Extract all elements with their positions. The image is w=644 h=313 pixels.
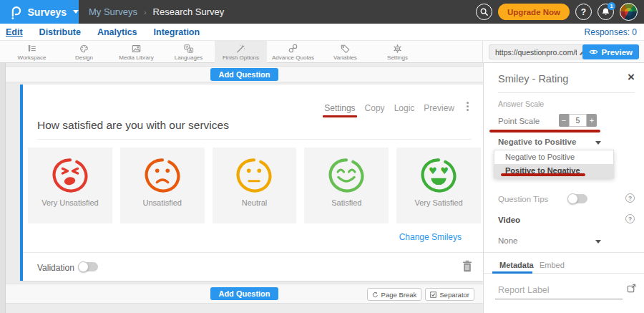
- add-question-bar-bottom: Add Question Page Break: [6, 284, 483, 304]
- survey-editor-app: Surveys My Surveys › Research Survey Upg…: [0, 0, 644, 313]
- video-help-icon[interactable]: ?: [625, 214, 635, 223]
- breadcrumb-separator: ›: [144, 8, 147, 16]
- breadcrumb-current-survey: Research Survey: [153, 6, 225, 17]
- upgrade-now-button[interactable]: Upgrade Now: [498, 4, 570, 20]
- gear-icon: [392, 44, 403, 54]
- toolbar-variables[interactable]: Variables: [319, 41, 371, 63]
- question-title[interactable]: How satisfied are you with our services: [37, 119, 229, 132]
- question-tab-copy[interactable]: Copy: [365, 103, 385, 113]
- left-scroll-track[interactable]: [0, 63, 6, 313]
- smiley-option[interactable]: Satisfied: [304, 148, 389, 223]
- search-icon: [479, 7, 489, 16]
- validation-toggle[interactable]: [79, 262, 98, 271]
- panel-divider: [498, 92, 635, 93]
- toolbar-divider: [482, 41, 483, 63]
- palette-icon: [79, 44, 89, 54]
- smiley-option[interactable]: Neutral: [213, 148, 297, 223]
- answer-scale-label: Answer Scale: [498, 100, 544, 108]
- search-button[interactable]: [476, 4, 492, 20]
- survey-canvas: Add Question Settings Copy Logic Preview…: [6, 63, 483, 313]
- toolbar-advance-quotas[interactable]: Advance Quotas: [267, 41, 319, 63]
- smiley-option[interactable]: Very Unsatisfied: [28, 148, 112, 223]
- workspace-list-icon: [26, 44, 37, 54]
- notifications-button[interactable]: 1: [597, 4, 614, 20]
- toolbar-label: Languages: [175, 54, 203, 61]
- smiley-option[interactable]: ♥♥Very Satisfied: [396, 148, 481, 223]
- question-settings-panel: Smiley - Rating × Answer Scale Point Sca…: [483, 63, 644, 313]
- preview-label: Preview: [602, 48, 633, 57]
- toolbar-label: Variables: [333, 54, 357, 61]
- smiley-heart-icon: ♥♥: [418, 154, 459, 196]
- annotation-underline-positive-to-negative: [501, 173, 585, 176]
- toolbar-design[interactable]: Design: [58, 41, 110, 63]
- question-tips-label: Question Tips: [498, 195, 548, 203]
- smiley-frown-icon: [142, 154, 183, 196]
- toolbar-label: Workspace: [18, 54, 47, 61]
- top-bar: Surveys My Surveys › Research Survey Upg…: [0, 0, 644, 24]
- tab-integration[interactable]: Integration: [154, 27, 200, 37]
- topbar-actions: Upgrade Now ? 1: [476, 0, 638, 24]
- scale-direction-caret-icon[interactable]: [595, 141, 601, 145]
- delete-question-trash-icon[interactable]: [462, 260, 472, 272]
- toolbar-label: Advance Quotas: [272, 54, 314, 61]
- breadcrumb-my-surveys[interactable]: My Surveys: [89, 6, 137, 17]
- help-button[interactable]: ?: [575, 4, 592, 20]
- video-label: Video: [498, 216, 520, 224]
- page-break-button[interactable]: Page Break: [367, 288, 422, 301]
- question-card-tabs: Settings Copy Logic Preview: [324, 103, 454, 113]
- toolbar-media-library[interactable]: Media Library: [110, 41, 162, 63]
- point-scale-minus-button[interactable]: −: [559, 114, 569, 127]
- direction-option[interactable]: Negative to Positive: [494, 150, 613, 164]
- separator-button[interactable]: Separator: [425, 288, 474, 301]
- toolbar-label: Media Library: [119, 54, 153, 61]
- question-tips-help-icon[interactable]: ?: [625, 193, 635, 203]
- breadcrumb: My Surveys › Research Survey: [89, 0, 224, 24]
- toolbar-languages[interactable]: A Languages: [162, 41, 215, 63]
- separator-label: Separator: [439, 291, 469, 299]
- tab-analytics[interactable]: Analytics: [97, 27, 137, 37]
- scale-direction-select[interactable]: Negative to Positive: [498, 138, 576, 146]
- add-question-button-top[interactable]: Add Question: [210, 68, 278, 81]
- question-tab-settings[interactable]: Settings: [324, 103, 355, 113]
- panel-tab-embed[interactable]: Embed: [540, 261, 565, 269]
- point-scale-stepper: − 5 +: [559, 114, 597, 127]
- add-question-button-bottom[interactable]: Add Question: [210, 287, 278, 300]
- svg-text:♥: ♥: [429, 165, 437, 176]
- open-external-icon[interactable]: [627, 284, 636, 293]
- point-scale-plus-button[interactable]: +: [587, 114, 597, 127]
- point-scale-value: 5: [569, 114, 587, 127]
- question-footer-divider: [23, 252, 483, 253]
- image-icon: [131, 44, 142, 54]
- video-select-caret-icon[interactable]: [595, 240, 601, 244]
- survey-url-input[interactable]: [489, 46, 590, 59]
- toolbar-label: Finish Options: [223, 54, 259, 61]
- responses-count[interactable]: Responses: 0: [585, 24, 637, 41]
- insert-controls: Page Break Separator: [367, 288, 474, 301]
- smiley-label: Very Satisfied: [414, 198, 462, 207]
- tab-distribute[interactable]: Distribute: [39, 27, 81, 37]
- report-label-input[interactable]: [495, 282, 623, 299]
- preview-button[interactable]: Preview: [582, 44, 639, 59]
- translate-icon: A: [183, 44, 194, 54]
- avatar[interactable]: [620, 3, 638, 21]
- toolbar-label: Settings: [387, 54, 408, 61]
- smiley-neutral-icon: [233, 154, 275, 196]
- panel-title: Smiley - Rating: [498, 73, 568, 85]
- product-switcher[interactable]: Surveys: [0, 0, 79, 24]
- question-more-menu-icon[interactable]: [467, 102, 469, 111]
- toolbar-finish-options[interactable]: Finish Options: [215, 41, 267, 63]
- survey-url-field: [489, 44, 590, 59]
- question-tips-toggle[interactable]: [568, 194, 587, 203]
- smiley-label: Unsatisfied: [142, 198, 181, 207]
- toolbar-workspace[interactable]: Workspace: [6, 41, 58, 63]
- question-tab-preview[interactable]: Preview: [424, 103, 454, 113]
- panel-tab-metadata[interactable]: Metadata: [499, 261, 534, 269]
- toolbar-settings[interactable]: Settings: [371, 41, 424, 63]
- video-select[interactable]: None: [498, 236, 518, 245]
- change-smileys-link[interactable]: Change Smileys: [399, 232, 462, 242]
- eye-icon: [589, 49, 598, 55]
- smiley-option[interactable]: Unsatisfied: [120, 148, 205, 223]
- close-panel-icon[interactable]: ×: [628, 70, 635, 85]
- tab-edit[interactable]: Edit: [6, 27, 23, 37]
- question-tab-logic[interactable]: Logic: [394, 103, 415, 113]
